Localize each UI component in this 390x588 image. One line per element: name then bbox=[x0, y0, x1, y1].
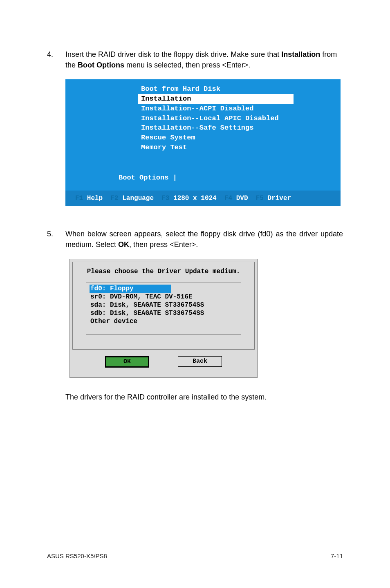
dialog-item-sdb[interactable]: sdb: Disk, SEAGATE ST336754SS bbox=[86, 309, 241, 317]
boot-item-memory-test[interactable]: Memory Test bbox=[141, 143, 331, 153]
step4-pre: Insert the RAID driver disk to the flopp… bbox=[65, 50, 281, 58]
driver-update-dialog: Please choose the Driver Update medium. … bbox=[69, 259, 258, 378]
boot-menu-screenshot: Boot from Hard Disk Installation Install… bbox=[65, 79, 341, 206]
dialog-title: Please choose the Driver Update medium. bbox=[81, 268, 246, 275]
step5-bold-ok: OK bbox=[118, 240, 129, 249]
step4-post: menu is selected, then press <Enter>. bbox=[124, 61, 250, 69]
boot-options-input[interactable]: Boot Options | bbox=[65, 174, 341, 182]
dialog-item-sr0[interactable]: sr0: DVD-ROM, TEAC DV-516E bbox=[86, 293, 241, 301]
back-button[interactable]: Back bbox=[178, 356, 222, 367]
boot-fkey-bar: F1 Help F2 Language F3 1280 x 1024 F4 DV… bbox=[65, 191, 341, 206]
boot-item-rescue-system[interactable]: Rescue System bbox=[141, 133, 331, 143]
f4-dvd-label[interactable]: DVD bbox=[236, 195, 248, 202]
step4-number: 4. bbox=[47, 49, 65, 70]
f3-key: F3 bbox=[161, 195, 169, 202]
step5-pre: When below screen appears, select the fl… bbox=[65, 230, 343, 249]
step4-text: Insert the RAID driver disk to the flopp… bbox=[65, 49, 343, 70]
step4-bold-installation: Installation bbox=[281, 50, 320, 58]
boot-options-label: Boot Options bbox=[119, 174, 168, 182]
boot-item-hard-disk[interactable]: Boot from Hard Disk bbox=[141, 84, 331, 94]
f1-key: F1 bbox=[75, 195, 83, 202]
f4-key: F4 bbox=[224, 195, 232, 202]
boot-item-safe-settings[interactable]: Installation--Safe Settings bbox=[141, 123, 331, 133]
dialog-item-fd0[interactable]: fd0: Floppy bbox=[90, 285, 171, 293]
input-cursor-icon: | bbox=[173, 174, 177, 182]
step5-post: , then press <Enter>. bbox=[129, 240, 198, 249]
boot-item-installation[interactable]: Installation bbox=[138, 94, 294, 104]
dialog-item-sda[interactable]: sda: Disk, SEAGATE ST336754SS bbox=[86, 301, 241, 309]
step5-text: When below screen appears, select the fl… bbox=[65, 229, 343, 250]
step4-bold-boot-options: Boot Options bbox=[78, 61, 124, 69]
dialog-list: fd0: Floppy sr0: DVD-ROM, TEAC DV-516E s… bbox=[86, 283, 241, 335]
footer-page-number: 7-11 bbox=[331, 552, 343, 559]
dialog-item-other[interactable]: Other device bbox=[86, 317, 241, 325]
step5-number: 5. bbox=[47, 229, 65, 250]
f5-key: F5 bbox=[256, 195, 264, 202]
f2-key: F2 bbox=[110, 195, 118, 202]
f1-help-label[interactable]: Help bbox=[87, 195, 103, 202]
f3-resolution-label[interactable]: 1280 x 1024 bbox=[173, 195, 217, 202]
boot-item-local-apic-disabled[interactable]: Installation--Local APIC Disabled bbox=[141, 114, 331, 123]
f2-language-label[interactable]: Language bbox=[122, 195, 154, 202]
ok-button[interactable]: OK bbox=[105, 356, 149, 368]
boot-item-acpi-disabled[interactable]: Installation--ACPI Disabled bbox=[141, 104, 331, 114]
f5-driver-label[interactable]: Driver bbox=[268, 195, 291, 202]
page-footer: ASUS RS520-X5/PS8 7-11 bbox=[47, 549, 343, 559]
closing-text: The drivers for the RAID controller are … bbox=[65, 392, 343, 402]
footer-model: ASUS RS520-X5/PS8 bbox=[47, 552, 107, 559]
